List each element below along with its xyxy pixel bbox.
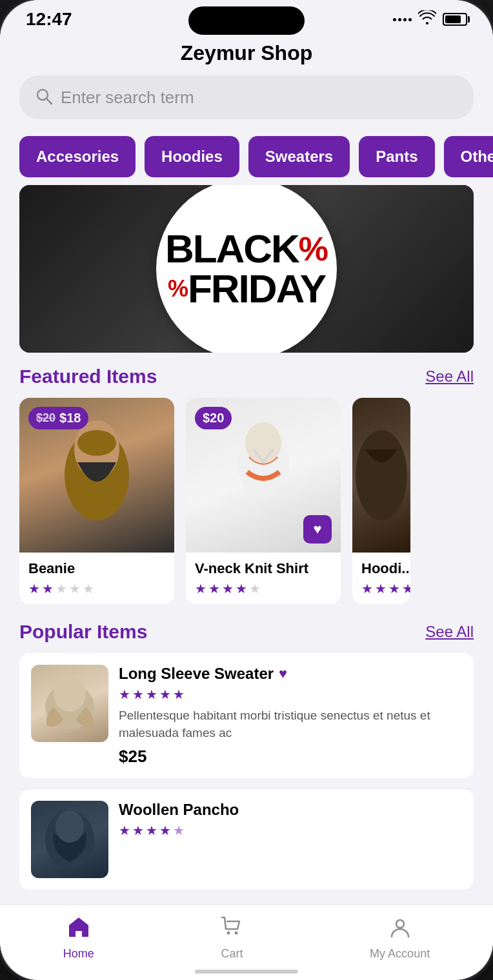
featured-section-header: Featured Items See All [0, 366, 493, 398]
popular-title: Popular Items [19, 621, 147, 643]
status-icons [393, 10, 467, 28]
beanie-name: Beanie [28, 560, 165, 577]
featured-items-list: $20 $18 Beanie ★ ★ ★ ★ ★ [0, 398, 493, 614]
popular-see-all[interactable]: See All [425, 623, 474, 641]
beanie-price-badge: $20 $18 [28, 407, 88, 429]
cart-icon [220, 916, 243, 945]
featured-card-vneck[interactable]: $20 ♥ V-neck Knit Shirt ★ ★ ★ [186, 398, 341, 604]
vneck-price: $20 [203, 411, 224, 426]
featured-card-beanie[interactable]: $20 $18 Beanie ★ ★ ★ ★ ★ [19, 398, 174, 604]
app-header: Zeymur Shop [0, 35, 493, 75]
pancho-title: Woollen Pancho [119, 801, 462, 819]
home-indicator [195, 970, 298, 974]
star-3: ★ [388, 581, 400, 596]
svg-point-14 [396, 920, 404, 928]
svg-point-13 [235, 932, 238, 935]
svg-point-7 [356, 430, 407, 520]
categories-section: Accesories Hoodies Sweaters Pants Other [0, 130, 493, 185]
svg-line-1 [47, 99, 52, 104]
vneck-rating: ★ ★ ★ ★ ★ [195, 581, 332, 596]
vneck-info: V-neck Knit Shirt ★ ★ ★ ★ ★ [186, 553, 341, 604]
home-icon [67, 916, 90, 945]
sweater-description: Pellentesque habitant morbi tristique se… [119, 707, 462, 741]
search-icon [35, 87, 53, 108]
sweater-photo [31, 665, 108, 742]
popular-card-pancho[interactable]: Woollen Pancho ★ ★ ★ ★ ★ [19, 789, 474, 890]
pancho-rating: ★ ★ ★ ★ ★ [119, 823, 462, 838]
bottom-nav: Home Cart M [0, 905, 493, 980]
star-1: ★ [361, 581, 373, 596]
nav-cart[interactable]: Cart [220, 916, 243, 961]
category-sweaters[interactable]: Sweaters [248, 136, 350, 177]
svg-point-11 [55, 810, 84, 843]
scroll-content[interactable]: Zeymur Shop Enter search term Accesories [0, 35, 493, 980]
sweater-price: $25 [119, 747, 462, 767]
sweater-heart-icon: ♥ [279, 665, 287, 682]
battery-icon [443, 13, 467, 26]
account-icon [388, 916, 412, 945]
category-accessories[interactable]: Accesories [19, 136, 136, 177]
nav-home[interactable]: Home [63, 916, 94, 961]
banner-torn-paper: BLACK % % FRIDAY [156, 185, 337, 353]
star-5: ★ [83, 581, 94, 596]
promo-banner[interactable]: BLACK % % FRIDAY [19, 185, 474, 353]
beanie-rating: ★ ★ ★ ★ ★ [28, 581, 165, 596]
star-1: ★ [195, 581, 206, 596]
category-other[interactable]: Other [444, 136, 493, 177]
banner-dot-1[interactable] [232, 337, 238, 344]
popular-card-sweater[interactable]: Long Sleeve Sweater ♥ ★ ★ ★ ★ ★ Pellente… [19, 653, 474, 778]
popular-section: Popular Items See All [0, 621, 493, 890]
hoodi-image [352, 398, 410, 553]
pancho-info: Woollen Pancho ★ ★ ★ ★ ★ [119, 801, 462, 878]
status-bar: 12:47 [0, 0, 493, 35]
featured-title: Featured Items [19, 366, 157, 387]
popular-section-header: Popular Items See All [0, 621, 493, 653]
sweater-rating: ★ ★ ★ ★ ★ [119, 687, 462, 702]
sweater-info: Long Sleeve Sweater ♥ ★ ★ ★ ★ ★ Pellente… [119, 665, 462, 767]
beanie-price: $18 [59, 411, 81, 426]
star-2: ★ [375, 581, 387, 596]
svg-point-0 [37, 90, 48, 100]
wifi-icon [418, 10, 436, 28]
banner-dot-3[interactable] [255, 337, 261, 344]
beanie-image: $20 $18 [19, 398, 174, 553]
star-5: ★ [249, 581, 261, 596]
hoodi-rating: ★ ★ ★ ★ [361, 581, 401, 596]
pancho-photo [31, 801, 108, 878]
vneck-price-badge: $20 [195, 407, 232, 429]
vneck-heart-button[interactable]: ♥ [303, 515, 332, 544]
heart-icon: ♥ [313, 521, 321, 538]
featured-see-all[interactable]: See All [425, 368, 474, 386]
category-pants[interactable]: Pants [359, 136, 434, 177]
star-2: ★ [42, 581, 54, 596]
star-3: ★ [55, 581, 67, 596]
category-hoodies[interactable]: Hoodies [145, 136, 239, 177]
banner-dot-2[interactable] [243, 337, 250, 344]
sweater-image [31, 665, 108, 742]
star-4: ★ [69, 581, 81, 596]
featured-section: Featured Items See All [0, 366, 493, 614]
nav-cart-label: Cart [221, 947, 243, 961]
pancho-image [31, 801, 108, 878]
search-placeholder: Enter search term [61, 88, 194, 108]
svg-point-12 [227, 932, 230, 935]
star-4: ★ [402, 581, 410, 596]
nav-account-label: My Account [370, 947, 430, 961]
star-4: ★ [236, 581, 247, 596]
nav-account[interactable]: My Account [370, 916, 430, 961]
star-3: ★ [222, 581, 234, 596]
sweater-title: Long Sleeve Sweater ♥ [119, 665, 462, 683]
phone-frame: 12:47 [0, 0, 493, 980]
star-2: ★ [208, 581, 220, 596]
vneck-image: $20 ♥ [186, 398, 341, 553]
star-1: ★ [28, 581, 40, 596]
vneck-name: V-neck Knit Shirt [195, 560, 332, 577]
search-container: Enter search term [0, 75, 493, 130]
search-bar[interactable]: Enter search term [19, 75, 474, 119]
nav-home-label: Home [63, 947, 94, 961]
status-time: 12:47 [26, 9, 72, 30]
signal-icon [393, 18, 412, 21]
phone-screen: 12:47 [0, 0, 493, 980]
featured-card-hoodi[interactable]: Hoodi... ★ ★ ★ ★ [352, 398, 410, 604]
beanie-old-price: $20 [36, 411, 55, 425]
